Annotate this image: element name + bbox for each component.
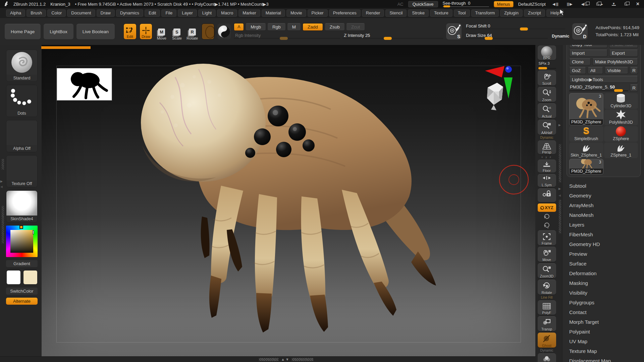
tool-thumb-polymesh3d[interactable]: PolyMesh3D [604,110,638,125]
frame-button[interactable]: Frame [538,230,556,246]
make-polymesh3d-button[interactable]: Make PolyMesh3D [592,58,638,65]
y-axis-arrow[interactable] [504,77,513,99]
current-material-skinshade4[interactable]: SkinShade4 [6,190,38,223]
floor-axis-toggles[interactable]: x y z [541,156,552,159]
x-axis-arrow[interactable] [485,66,504,77]
clone-button[interactable]: Clone [569,58,591,65]
depth-selector[interactable]: D [572,23,588,40]
spix-knob[interactable] [538,67,547,69]
shelf-drag-handle[interactable] [2,206,4,243]
menu-item[interactable]: Light [198,9,216,17]
menu-item[interactable]: Macro [217,9,237,17]
zoom3d-button[interactable]: Zoom3D [538,263,556,279]
menu-item[interactable]: Dynamics [116,9,143,17]
thumbnail-preview[interactable] [57,68,112,101]
divider-arrow[interactable]: ◀ [558,194,561,197]
divider-drag-handle[interactable] [559,144,561,182]
subpalette-header[interactable]: Subtool [567,181,641,191]
zsub-button[interactable]: Zsub [325,23,344,31]
subpalette-header[interactable]: Geometry [567,191,641,200]
dynamic-persp-ghost-label[interactable]: Dynamic [540,136,553,139]
sculpt-model-spider[interactable] [42,45,535,356]
spix-slider[interactable]: SPix 3 [538,61,556,69]
floor-grid-button[interactable]: Floor [538,160,556,173]
subpalette-header[interactable]: Texture Map [567,346,641,356]
goz-r-button[interactable]: R [630,67,638,74]
divider-arrow[interactable]: ▶ [558,123,561,127]
aahalf-button[interactable]: AAHalf [538,120,556,135]
subpalette-header[interactable]: UV Map [567,337,641,346]
color-gradient-picker[interactable] [6,226,38,257]
subpalette-header[interactable]: Contact [567,307,641,317]
menu-item[interactable]: Alpha [6,9,25,17]
switch-color-button[interactable]: SwitchColor [6,288,38,295]
goz-all-button[interactable]: All [588,67,603,74]
bottom-tray-toggle[interactable]: ▲▼ [281,357,290,361]
scroll-left-icon[interactable]: ◀|||| [550,2,560,6]
subpalette-header[interactable]: FiberMesh [567,230,641,239]
menu-item[interactable]: File [161,9,176,17]
shelf-collapse-arrow[interactable]: ▶ [0,180,3,183]
z-intensity-knob[interactable] [384,37,392,40]
camera-orientation-gizmo[interactable] [482,63,522,117]
rotate-xyz-button[interactable]: XYZ [538,203,556,212]
draw-mode-button[interactable]: Draw [140,23,153,40]
secondary-color-swatch[interactable] [23,270,38,285]
lock-camera-button[interactable] [538,188,556,202]
menu-item[interactable]: Stroke [408,9,429,17]
local-symmetry-button[interactable]: L.Sym [538,174,556,187]
subpalette-header[interactable]: Surface [567,259,641,268]
subpalette-header[interactable]: ArrayMesh [567,200,641,210]
lightbox-button[interactable]: LightBox [44,24,73,39]
tool-thumb-zsphere-1[interactable]: ZSphere_1 [604,142,638,158]
move-mode-button[interactable]: M Move [155,23,168,40]
goz-visible-button[interactable]: Visible [605,67,628,74]
export-button[interactable]: Export [609,50,638,57]
see-through-slider[interactable]: See-through 0 [443,1,489,7]
shelf-drag-handle[interactable] [2,159,4,170]
quicksave-button[interactable]: QuickSave [408,1,438,7]
tool-thumb-skin-zsphere-1[interactable]: Skin_ZSphere_1 [569,142,603,158]
color-saturation-square[interactable] [10,230,33,253]
minimize-icon[interactable]: ▼ [610,2,618,6]
anchor-color-chip[interactable]: A [234,23,244,31]
tool-thumb-cylinder3d[interactable]: Cylinder3D [604,93,638,109]
subpalette-header[interactable]: Morph Target [567,317,641,327]
actual-size-button[interactable]: x1 Actual [538,103,556,119]
bottom-drag-handle[interactable] [259,358,278,361]
menu-item[interactable]: Preferences [329,9,361,17]
zoom-doc-button[interactable]: Zoom [538,87,556,102]
shelf-expand-arrow[interactable]: ◀ [0,185,3,188]
zcut-button[interactable]: Zcut [346,23,365,31]
current-stroke-dots[interactable]: Dots [6,85,38,117]
active-tool-knob[interactable] [614,89,623,92]
lightbox-tools-button[interactable]: Lightbox▶Tools [569,76,638,83]
zadd-button[interactable]: Zadd [303,23,323,31]
current-brush-alpha[interactable] [202,23,215,40]
scale-mode-button[interactable]: S Scale [171,23,183,40]
tool-thumb-pm3d-zsphere-2[interactable]: 3 PM3D_ZSphere [569,159,603,175]
menu-item[interactable]: Zplugin [500,9,523,17]
menu-item[interactable]: Stencil [385,9,407,17]
dock-right-icon[interactable]: ▶ [594,2,605,6]
menu-item[interactable]: Layer [178,9,197,17]
menu-item[interactable]: Brush [26,9,46,17]
texture-off-selector[interactable]: Texture Off [6,155,38,187]
subpalette-header[interactable]: Preview [567,249,641,259]
dock-left-icon[interactable]: ◀ [579,2,590,6]
stroke-selector[interactable]: S [446,23,462,40]
rgb-button[interactable]: Rgb [268,23,285,31]
solo-button[interactable]: Solo [538,353,556,362]
divider-arrow[interactable]: ▶ [558,187,561,190]
subpalette-header[interactable]: Geometry HD [567,239,641,249]
close-icon[interactable]: × [634,1,641,7]
menu-item[interactable]: Color [47,9,66,17]
rotate-mode-button[interactable]: R Rotate [186,23,199,40]
transparency-button[interactable]: Transp [538,316,556,331]
value-tick[interactable] [33,230,34,234]
see-through-knob[interactable] [443,5,450,7]
edit-mode-button[interactable]: Edit [123,23,137,40]
z-intensity-slider[interactable]: Z Intensity 25 [342,33,443,40]
subpalette-header[interactable]: Visibility [567,288,641,298]
subpalette-header[interactable]: Masking [567,278,641,288]
